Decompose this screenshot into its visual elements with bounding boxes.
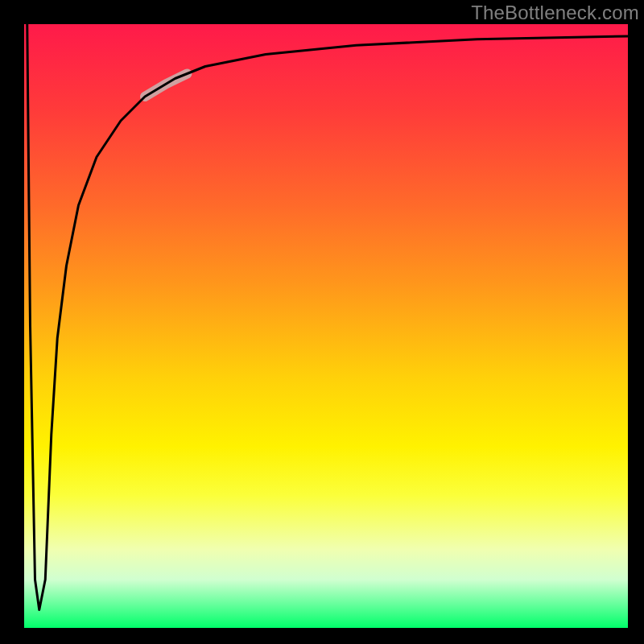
chart-frame: TheBottleneck.com (0, 0, 644, 644)
watermark-text: TheBottleneck.com (471, 2, 639, 24)
curve-path (27, 24, 628, 610)
plot-area (24, 24, 628, 628)
curve-layer (24, 24, 628, 628)
